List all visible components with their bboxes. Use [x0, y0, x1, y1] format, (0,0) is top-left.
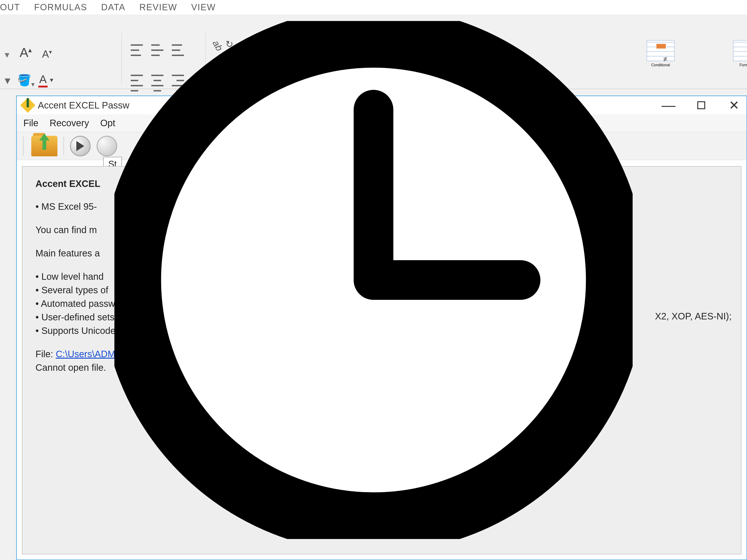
start-button[interactable]	[70, 136, 91, 156]
ribbon-tab-view[interactable]: VIEW	[191, 2, 216, 12]
app-icon	[22, 100, 33, 111]
upload-arrow-icon	[40, 133, 49, 150]
open-file-button[interactable]	[31, 136, 57, 156]
play-icon	[76, 141, 84, 151]
file-label: File:	[35, 349, 56, 359]
minimize-button[interactable]: —	[662, 98, 675, 112]
ribbon-tabs: OUT FORMULAS DATA REVIEW VIEW	[0, 0, 747, 15]
ribbon-tab-data[interactable]: DATA	[101, 2, 125, 12]
format-as-table-icon	[733, 40, 747, 61]
toolbar-grip-icon[interactable]	[23, 137, 25, 155]
toolbar-separator	[63, 136, 64, 156]
menu-options[interactable]: Opt	[100, 118, 115, 128]
ribbon-tab-review[interactable]: REVIEW	[139, 2, 177, 12]
ribbon-tab-out[interactable]: OUT	[0, 2, 20, 12]
window-controls: — ✕	[662, 98, 741, 112]
border-dropdown-icon[interactable]: ▾	[5, 74, 10, 87]
maximize-button[interactable]	[694, 98, 708, 112]
font-size-dropdown-icon[interactable]: ▾	[5, 49, 9, 60]
font-color-icon[interactable]: A▾	[38, 73, 48, 87]
menu-file[interactable]: File	[23, 118, 38, 128]
close-button[interactable]: ✕	[727, 98, 741, 112]
toolbar-button[interactable]	[97, 136, 117, 156]
clock-overlay-icon	[114, 21, 633, 539]
font-style-controls: ▾ 🪣▾ A▾	[5, 73, 48, 87]
format-as-table-button[interactable]: Format a	[733, 40, 747, 67]
format-label: Format a	[733, 63, 747, 67]
decrease-font-icon[interactable]: A▾	[42, 48, 52, 60]
font-size-controls: ▾ A▴ A▾	[5, 45, 52, 60]
menu-recovery[interactable]: Recovery	[50, 118, 89, 128]
conditional-formatting-icon: ≠	[647, 40, 675, 61]
fill-color-icon[interactable]: 🪣▾	[17, 74, 31, 87]
conditional-formatting-button[interactable]: ≠ Conditional	[647, 40, 675, 67]
ribbon-tab-formulas[interactable]: FORMULAS	[34, 2, 87, 12]
conditional-label: Conditional	[647, 63, 675, 67]
increase-font-icon[interactable]: A▴	[20, 45, 32, 60]
feature-fragment: X2, XOP, AES-NI);	[655, 310, 731, 323]
